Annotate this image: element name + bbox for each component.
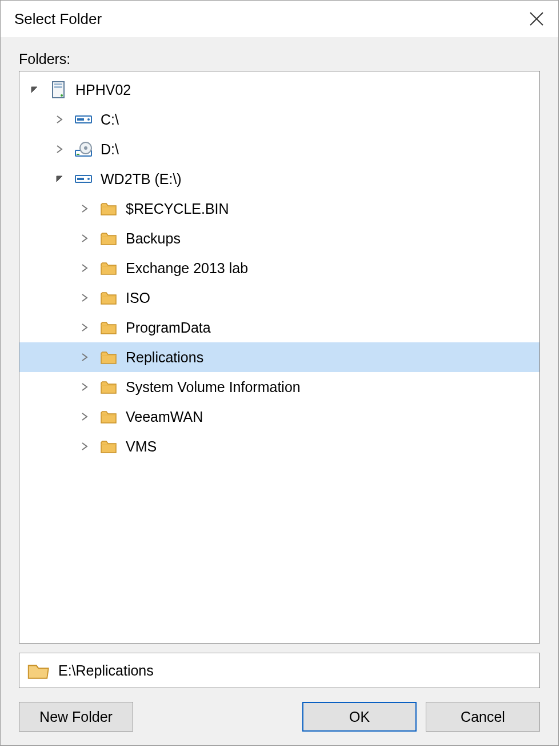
tree-item[interactable]: C:\: [19, 105, 539, 134]
chevron-right-icon[interactable]: [77, 349, 93, 365]
chevron-right-icon[interactable]: [77, 438, 93, 454]
chevron-down-icon[interactable]: [51, 171, 67, 187]
tree-item[interactable]: System Volume Information: [19, 372, 539, 402]
tree-item[interactable]: HPHV02: [19, 75, 539, 105]
tree-item[interactable]: D:\: [19, 134, 539, 164]
folder-icon: [98, 198, 119, 219]
folder-icon: [98, 228, 119, 249]
selected-path-box[interactable]: E:\Replications: [19, 653, 540, 688]
close-button[interactable]: [519, 2, 554, 36]
selected-path-text: E:\Replications: [58, 662, 154, 679]
folder-icon: [98, 287, 119, 308]
tree-item[interactable]: VeeamWAN: [19, 402, 539, 432]
tree-item[interactable]: Replications: [19, 342, 539, 372]
tree-item[interactable]: VMS: [19, 432, 539, 461]
tree-item[interactable]: Exchange 2013 lab: [19, 253, 539, 283]
tree-item-label: Backups: [126, 230, 181, 247]
folders-label: Folders:: [19, 51, 540, 67]
dialog-title: Select Folder: [14, 10, 519, 28]
tree-item[interactable]: ISO: [19, 283, 539, 313]
cancel-button[interactable]: Cancel: [426, 702, 540, 732]
tree-item-label: WD2TB (E:\): [101, 171, 182, 187]
tree-item-label: System Volume Information: [126, 379, 301, 396]
tree-item-label: VMS: [126, 438, 157, 455]
chevron-right-icon[interactable]: [51, 141, 67, 157]
folder-icon: [98, 258, 119, 278]
tree-item-label: ISO: [126, 290, 150, 306]
ok-button[interactable]: OK: [302, 702, 417, 732]
tree-item-label: Replications: [126, 349, 203, 366]
folder-icon: [98, 436, 119, 457]
tree-item-label: $RECYCLE.BIN: [126, 201, 229, 217]
folder-icon: [98, 377, 119, 397]
select-folder-dialog: Select Folder Folders: HPHV02C:\D:\WD2TB…: [0, 0, 559, 746]
chevron-right-icon[interactable]: [77, 201, 93, 217]
optical-icon: [73, 139, 94, 159]
drive-icon: [73, 169, 94, 189]
tree-item[interactable]: $RECYCLE.BIN: [19, 194, 539, 223]
chevron-down-icon[interactable]: [26, 82, 42, 98]
tree-item-label: HPHV02: [75, 82, 131, 98]
chevron-right-icon[interactable]: [77, 319, 93, 335]
titlebar: Select Folder: [1, 1, 558, 37]
chevron-right-icon[interactable]: [77, 379, 93, 395]
dialog-button-row: New Folder OK Cancel: [19, 702, 540, 732]
tree-item[interactable]: WD2TB (E:\): [19, 164, 539, 194]
chevron-right-icon[interactable]: [77, 409, 93, 425]
chevron-right-icon[interactable]: [51, 111, 67, 127]
tree-item[interactable]: Backups: [19, 223, 539, 253]
tree-item-label: VeeamWAN: [126, 409, 203, 425]
new-folder-button[interactable]: New Folder: [19, 702, 133, 732]
folder-icon: [98, 347, 119, 367]
folder-open-icon: [25, 658, 50, 683]
folder-icon: [98, 317, 119, 338]
tree-item-label: D:\: [101, 141, 119, 158]
tree-item-label: ProgramData: [126, 319, 211, 336]
tree-item[interactable]: ProgramData: [19, 313, 539, 342]
folder-icon: [98, 406, 119, 427]
drive-icon: [73, 109, 94, 130]
tree-item-label: C:\: [101, 111, 119, 128]
chevron-right-icon[interactable]: [77, 290, 93, 306]
chevron-right-icon[interactable]: [77, 260, 93, 276]
close-icon: [529, 11, 544, 26]
dialog-body: Folders: HPHV02C:\D:\WD2TB (E:\)$RECYCLE…: [1, 37, 558, 745]
chevron-right-icon[interactable]: [77, 230, 93, 246]
tree-item-label: Exchange 2013 lab: [126, 260, 248, 277]
server-icon: [48, 79, 69, 100]
folder-tree[interactable]: HPHV02C:\D:\WD2TB (E:\)$RECYCLE.BINBacku…: [19, 71, 540, 644]
